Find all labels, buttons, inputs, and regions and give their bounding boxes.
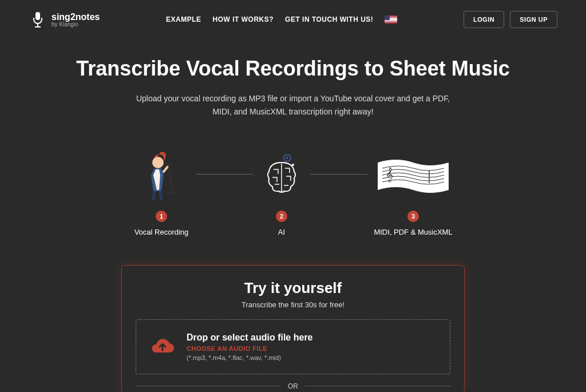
step-2-badge: 2: [276, 211, 287, 222]
step-connector: [196, 174, 253, 175]
hero-title: Transcribe Vocal Recordings to Sheet Mus…: [23, 56, 563, 81]
nav-example[interactable]: EXAMPLE: [166, 15, 201, 23]
step-2-label: AI: [278, 228, 285, 236]
try-title: Try it yourself: [136, 279, 450, 297]
step-1-label: Vocal Recording: [134, 228, 189, 236]
login-button[interactable]: LOGIN: [464, 11, 504, 28]
sheet-music-icon: 𝄞: [373, 146, 453, 204]
steps-row: 1 Vocal Recording 2 AI: [0, 129, 586, 248]
nav-how-it-works[interactable]: HOW IT WORKS?: [213, 15, 274, 23]
auth-buttons: LOGIN SIGN UP: [464, 11, 557, 28]
logo-text: sing2notes by Klangio: [52, 12, 100, 27]
drop-text: Drop or select audio file here CHOOSE AN…: [187, 332, 313, 361]
svg-line-9: [160, 191, 161, 200]
step-3-label: MIDI, PDF & MusicXML: [374, 228, 452, 236]
hero: Transcribe Vocal Recordings to Sheet Mus…: [0, 39, 586, 129]
nav-contact[interactable]: GET IN TOUCH WITH US!: [285, 15, 373, 23]
svg-point-3: [152, 157, 164, 168]
svg-text:𝄞: 𝄞: [386, 167, 393, 183]
dropzone[interactable]: Drop or select audio file here CHOOSE AN…: [136, 319, 450, 374]
step-1-badge: 1: [156, 211, 167, 222]
header: sing2notes by Klangio EXAMPLE HOW IT WOR…: [0, 0, 586, 39]
logo[interactable]: sing2notes by Klangio: [29, 10, 100, 29]
svg-point-5: [167, 163, 171, 167]
signup-button[interactable]: SIGN UP: [510, 11, 557, 28]
try-subtitle: Transcribe the first 30s for free!: [136, 300, 450, 309]
svg-point-11: [286, 157, 288, 159]
cloud-upload-icon: [150, 334, 175, 359]
logo-byline: by Klangio: [52, 21, 100, 27]
svg-line-6: [169, 167, 173, 193]
choose-file-link[interactable]: CHOOSE AN AUDIO FILE: [187, 345, 313, 352]
brain-icon: [259, 146, 304, 204]
or-text: OR: [288, 382, 298, 390]
try-box: Try it yourself Transcribe the first 30s…: [121, 265, 465, 392]
svg-point-13: [292, 164, 294, 166]
step-3-badge: 3: [407, 211, 419, 222]
svg-line-4: [164, 166, 168, 172]
svg-line-8: [153, 191, 155, 200]
nav: EXAMPLE HOW IT WORKS? GET IN TOUCH WITH …: [166, 15, 397, 23]
or-divider: OR: [136, 382, 450, 392]
hero-subtitle: Upload your vocal recording as MP3 file …: [133, 92, 453, 118]
singer-icon: [133, 146, 190, 204]
svg-rect-0: [35, 12, 40, 20]
divider-line: [305, 386, 450, 386]
step-2: 2 AI: [259, 146, 304, 236]
flag-us-icon[interactable]: [385, 15, 397, 23]
step-3: 𝄞 3 MIDI, PDF & MusicXML: [373, 146, 453, 236]
mic-icon: [29, 10, 47, 29]
formats: (*.mp3, *.m4a, *.flac, *.wav, *.mid): [187, 354, 313, 361]
divider-line: [136, 386, 281, 386]
step-1: 1 Vocal Recording: [133, 146, 190, 236]
step-connector: [310, 174, 367, 175]
drop-title: Drop or select audio file here: [187, 332, 313, 343]
